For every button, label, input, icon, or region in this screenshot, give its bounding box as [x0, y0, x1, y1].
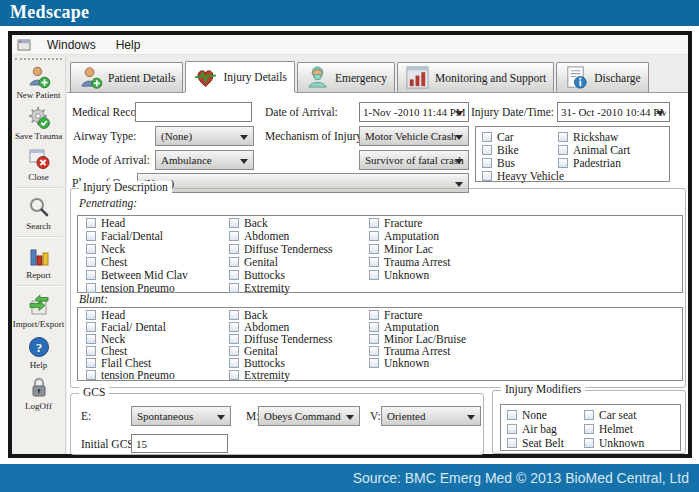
airway-type-combo[interactable]: (None): [155, 126, 254, 146]
checkbox[interactable]: [229, 244, 239, 254]
initial-gcs-input[interactable]: 15: [131, 434, 228, 453]
menu-windows[interactable]: Windows: [37, 36, 106, 54]
sidebar-item-help[interactable]: ? Help: [12, 331, 65, 372]
gcs-e-combo[interactable]: Spontaneous: [131, 406, 231, 426]
checkbox[interactable]: [229, 218, 239, 228]
checkbox-label: Car seat: [599, 409, 636, 421]
checkbox[interactable]: [482, 145, 492, 155]
sidebar-item-new-patient[interactable]: New Patient: [12, 61, 65, 102]
checkbox[interactable]: [229, 322, 239, 332]
checkbox[interactable]: [482, 132, 492, 142]
sidebar-item-save-trauma[interactable]: Save Trauma: [12, 102, 65, 143]
checkbox-label: Back: [244, 309, 268, 321]
checkbox[interactable]: [86, 322, 96, 332]
mode-of-arrival-combo[interactable]: Ambulance: [155, 150, 254, 170]
mechanism-of-injury-combo[interactable]: Motor Vehicle Crash: [359, 126, 469, 146]
checkbox[interactable]: [86, 231, 96, 241]
menu-help[interactable]: Help: [106, 36, 151, 54]
sidebar-item-close[interactable]: Close: [12, 143, 65, 184]
checkbox[interactable]: [86, 346, 96, 356]
gcs-v-combo[interactable]: Oriented: [381, 406, 481, 426]
screenshot-root: Medscape Windows Help: [0, 0, 699, 492]
mechanism-of-injury-label: Mechanism of Injury:: [265, 130, 365, 142]
checkbox[interactable]: [482, 171, 492, 181]
checkbox[interactable]: [584, 410, 594, 420]
checkbox[interactable]: [86, 283, 96, 293]
checkbox[interactable]: [229, 231, 239, 241]
checkbox-item: Unknown: [369, 268, 450, 281]
checkbox[interactable]: [558, 145, 568, 155]
checkbox[interactable]: [369, 310, 379, 320]
checkbox[interactable]: [86, 310, 96, 320]
checkbox[interactable]: [229, 270, 239, 280]
date-of-arrival-picker[interactable]: 1-Nov -2010 11:44 PM: [359, 102, 469, 122]
sidebar-item-import-export[interactable]: Import/Export: [12, 290, 65, 331]
checkbox[interactable]: [229, 370, 239, 380]
checkbox[interactable]: [369, 244, 379, 254]
tab-emergency[interactable]: Emergency: [297, 62, 395, 92]
medical-record-input[interactable]: [135, 102, 252, 122]
checkbox[interactable]: [507, 424, 517, 434]
checkbox[interactable]: [369, 322, 379, 332]
checkbox[interactable]: [584, 438, 594, 448]
checkbox[interactable]: [229, 257, 239, 267]
checkbox[interactable]: [229, 358, 239, 368]
tab-label: Patient Details: [108, 72, 175, 84]
sidebar-item-logoff[interactable]: LogOff: [12, 372, 65, 413]
checkbox[interactable]: [369, 358, 379, 368]
tab-patient-details[interactable]: Patient Details: [70, 62, 183, 92]
checkbox[interactable]: [229, 346, 239, 356]
penetrating-box: HeadFacial/DentalNeckChestBetween Mid Cl…: [77, 215, 683, 293]
checkbox[interactable]: [229, 310, 239, 320]
checkbox-item: Abdomen: [229, 229, 333, 242]
checkbox-item: Trauma Arrest: [369, 255, 450, 268]
checkbox[interactable]: [507, 410, 517, 420]
close-icon: [27, 147, 51, 171]
dropdown-arrow-icon: [455, 159, 463, 164]
checkbox-item: Bike: [482, 143, 564, 156]
tab-discharge[interactable]: Discharge: [556, 62, 648, 92]
content-area: Patient Details Injury Details: [67, 56, 688, 454]
checkbox-label: Car: [497, 131, 514, 143]
mode-of-arrival-label: Mode of Arrival:: [72, 154, 150, 166]
tab-injury-details[interactable]: Injury Details: [185, 61, 295, 92]
checkbox[interactable]: [369, 231, 379, 241]
checkbox[interactable]: [86, 244, 96, 254]
checkbox[interactable]: [86, 358, 96, 368]
window-icon: [17, 38, 31, 52]
checkbox[interactable]: [369, 334, 379, 344]
injury-description-group: Injury Description Penetrating: HeadFaci…: [70, 188, 686, 388]
sidebar-item-label: Report: [12, 270, 65, 280]
checkbox-label: Diffuse Tenderness: [244, 243, 333, 255]
checkbox-item: Animal Cart: [558, 143, 630, 156]
gcs-m-combo[interactable]: Obeys Command: [258, 406, 360, 426]
checkbox-label: Back: [244, 217, 268, 229]
checkbox-item: Amputation: [369, 229, 450, 242]
checkbox[interactable]: [558, 158, 568, 168]
checkbox[interactable]: [229, 334, 239, 344]
checkbox[interactable]: [558, 132, 568, 142]
checkbox-label: Extremity: [244, 282, 290, 294]
checkbox-item: Diffuse Tenderness: [229, 333, 333, 345]
sidebar-item-search[interactable]: Search: [12, 192, 65, 233]
checkbox[interactable]: [86, 218, 96, 228]
checkbox[interactable]: [482, 158, 492, 168]
checkbox[interactable]: [369, 257, 379, 267]
injury-datetime-picker[interactable]: 31- Oct -2010 10:44 PM: [557, 102, 670, 122]
checkbox[interactable]: [584, 424, 594, 434]
checkbox[interactable]: [369, 218, 379, 228]
tab-monitoring-and-support[interactable]: Monitoring and Support: [397, 62, 554, 92]
checkbox[interactable]: [86, 334, 96, 344]
checkbox[interactable]: [86, 370, 96, 380]
checkbox[interactable]: [507, 438, 517, 448]
survivor-combo[interactable]: Survivor of fatal crash: [359, 150, 469, 170]
checkbox[interactable]: [86, 257, 96, 267]
sidebar-separator: [14, 285, 63, 287]
medscape-logo: Medscape: [0, 0, 699, 23]
checkbox-item: Minor Lac: [369, 242, 450, 255]
checkbox[interactable]: [369, 346, 379, 356]
sidebar-item-report[interactable]: Report: [12, 241, 65, 282]
checkbox[interactable]: [369, 270, 379, 280]
checkbox[interactable]: [229, 283, 239, 293]
checkbox[interactable]: [86, 270, 96, 280]
